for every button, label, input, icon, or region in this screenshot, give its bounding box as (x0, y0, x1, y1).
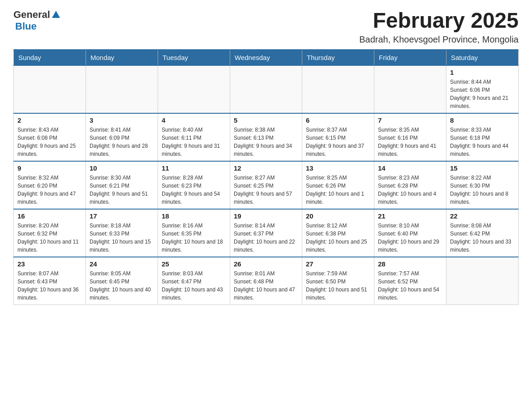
calendar-cell (158, 65, 230, 113)
day-number: 16 (17, 212, 82, 220)
day-info: Sunrise: 8:28 AM Sunset: 6:23 PM Dayligh… (162, 174, 226, 206)
logo-general: General (13, 9, 50, 21)
day-number: 18 (162, 212, 226, 220)
day-number: 4 (162, 116, 226, 124)
calendar-cell (230, 65, 302, 113)
calendar-table: SundayMondayTuesdayWednesdayThursdayFrid… (13, 49, 519, 305)
calendar-cell: 13Sunrise: 8:25 AM Sunset: 6:26 PM Dayli… (302, 161, 374, 209)
calendar-cell: 3Sunrise: 8:41 AM Sunset: 6:09 PM Daylig… (86, 113, 158, 161)
day-info: Sunrise: 8:03 AM Sunset: 6:47 PM Dayligh… (162, 270, 226, 302)
day-number: 8 (450, 116, 515, 124)
day-info: Sunrise: 8:18 AM Sunset: 6:33 PM Dayligh… (90, 222, 154, 254)
location-title: Badrah, Khoevsgoel Province, Mongolia (359, 34, 519, 45)
calendar-week-row: 23Sunrise: 8:07 AM Sunset: 6:43 PM Dayli… (14, 257, 519, 305)
day-number: 9 (17, 164, 82, 172)
day-info: Sunrise: 8:25 AM Sunset: 6:26 PM Dayligh… (306, 174, 370, 206)
day-info: Sunrise: 8:38 AM Sunset: 6:13 PM Dayligh… (234, 126, 298, 158)
day-info: Sunrise: 7:59 AM Sunset: 6:50 PM Dayligh… (306, 270, 370, 302)
day-info: Sunrise: 8:40 AM Sunset: 6:11 PM Dayligh… (162, 126, 226, 158)
calendar-cell: 9Sunrise: 8:32 AM Sunset: 6:20 PM Daylig… (14, 161, 86, 209)
day-number: 2 (17, 116, 82, 124)
calendar-cell: 14Sunrise: 8:23 AM Sunset: 6:28 PM Dayli… (374, 161, 446, 209)
day-number: 17 (90, 212, 154, 220)
day-info: Sunrise: 8:14 AM Sunset: 6:37 PM Dayligh… (234, 222, 298, 254)
day-info: Sunrise: 8:16 AM Sunset: 6:35 PM Dayligh… (162, 222, 226, 254)
page-header: General Blue February 2025 Badrah, Khoev… (13, 9, 519, 45)
weekday-header-monday: Monday (86, 50, 158, 65)
day-number: 28 (378, 260, 442, 268)
calendar-cell (446, 257, 519, 305)
calendar-header-row: SundayMondayTuesdayWednesdayThursdayFrid… (14, 50, 519, 65)
calendar-week-row: 2Sunrise: 8:43 AM Sunset: 6:08 PM Daylig… (14, 113, 519, 161)
day-info: Sunrise: 8:12 AM Sunset: 6:38 PM Dayligh… (306, 222, 370, 254)
day-info: Sunrise: 8:01 AM Sunset: 6:48 PM Dayligh… (234, 270, 298, 302)
calendar-cell: 19Sunrise: 8:14 AM Sunset: 6:37 PM Dayli… (230, 209, 302, 257)
day-number: 3 (90, 116, 154, 124)
calendar-cell: 26Sunrise: 8:01 AM Sunset: 6:48 PM Dayli… (230, 257, 302, 305)
day-number: 23 (17, 260, 82, 268)
calendar-cell: 16Sunrise: 8:20 AM Sunset: 6:32 PM Dayli… (14, 209, 86, 257)
day-info: Sunrise: 8:37 AM Sunset: 6:15 PM Dayligh… (306, 126, 370, 158)
calendar-cell: 8Sunrise: 8:33 AM Sunset: 6:18 PM Daylig… (446, 113, 519, 161)
calendar-cell: 18Sunrise: 8:16 AM Sunset: 6:35 PM Dayli… (158, 209, 230, 257)
calendar-cell: 24Sunrise: 8:05 AM Sunset: 6:45 PM Dayli… (86, 257, 158, 305)
day-number: 22 (450, 212, 515, 220)
day-info: Sunrise: 8:30 AM Sunset: 6:21 PM Dayligh… (90, 174, 154, 206)
month-title: February 2025 (359, 9, 519, 33)
calendar-week-row: 9Sunrise: 8:32 AM Sunset: 6:20 PM Daylig… (14, 161, 519, 209)
calendar-cell (14, 65, 86, 113)
weekday-header-sunday: Sunday (14, 50, 86, 65)
day-info: Sunrise: 7:57 AM Sunset: 6:52 PM Dayligh… (378, 270, 442, 302)
calendar-cell: 2Sunrise: 8:43 AM Sunset: 6:08 PM Daylig… (14, 113, 86, 161)
calendar-cell: 6Sunrise: 8:37 AM Sunset: 6:15 PM Daylig… (302, 113, 374, 161)
svg-marker-0 (52, 11, 60, 18)
day-info: Sunrise: 8:23 AM Sunset: 6:28 PM Dayligh… (378, 174, 442, 206)
calendar-cell: 25Sunrise: 8:03 AM Sunset: 6:47 PM Dayli… (158, 257, 230, 305)
day-number: 12 (234, 164, 298, 172)
day-info: Sunrise: 8:44 AM Sunset: 6:06 PM Dayligh… (450, 78, 515, 110)
day-info: Sunrise: 8:07 AM Sunset: 6:43 PM Dayligh… (17, 270, 82, 302)
calendar-cell: 28Sunrise: 7:57 AM Sunset: 6:52 PM Dayli… (374, 257, 446, 305)
day-number: 7 (378, 116, 442, 124)
day-number: 11 (162, 164, 226, 172)
calendar-cell (86, 65, 158, 113)
calendar-cell: 5Sunrise: 8:38 AM Sunset: 6:13 PM Daylig… (230, 113, 302, 161)
day-number: 19 (234, 212, 298, 220)
day-number: 5 (234, 116, 298, 124)
calendar-cell (374, 65, 446, 113)
day-info: Sunrise: 8:33 AM Sunset: 6:18 PM Dayligh… (450, 126, 515, 158)
day-info: Sunrise: 8:22 AM Sunset: 6:30 PM Dayligh… (450, 174, 515, 206)
day-info: Sunrise: 8:27 AM Sunset: 6:25 PM Dayligh… (234, 174, 298, 206)
day-number: 15 (450, 164, 515, 172)
calendar-cell: 20Sunrise: 8:12 AM Sunset: 6:38 PM Dayli… (302, 209, 374, 257)
day-info: Sunrise: 8:35 AM Sunset: 6:16 PM Dayligh… (378, 126, 442, 158)
day-number: 6 (306, 116, 370, 124)
calendar-cell (302, 65, 374, 113)
calendar-cell: 12Sunrise: 8:27 AM Sunset: 6:25 PM Dayli… (230, 161, 302, 209)
day-info: Sunrise: 8:43 AM Sunset: 6:08 PM Dayligh… (17, 126, 82, 158)
day-number: 27 (306, 260, 370, 268)
calendar-cell: 7Sunrise: 8:35 AM Sunset: 6:16 PM Daylig… (374, 113, 446, 161)
day-number: 13 (306, 164, 370, 172)
logo: General Blue (13, 9, 61, 32)
title-block: February 2025 Badrah, Khoevsgoel Provinc… (359, 9, 519, 45)
calendar-cell: 21Sunrise: 8:10 AM Sunset: 6:40 PM Dayli… (374, 209, 446, 257)
day-number: 21 (378, 212, 442, 220)
logo-blue: Blue (15, 21, 37, 32)
day-info: Sunrise: 8:41 AM Sunset: 6:09 PM Dayligh… (90, 126, 154, 158)
day-info: Sunrise: 8:08 AM Sunset: 6:42 PM Dayligh… (450, 222, 515, 254)
calendar-week-row: 1Sunrise: 8:44 AM Sunset: 6:06 PM Daylig… (14, 65, 519, 113)
weekday-header-wednesday: Wednesday (230, 50, 302, 65)
logo-triangle-icon (51, 10, 61, 20)
weekday-header-saturday: Saturday (446, 50, 519, 65)
day-info: Sunrise: 8:20 AM Sunset: 6:32 PM Dayligh… (17, 222, 82, 254)
day-info: Sunrise: 8:32 AM Sunset: 6:20 PM Dayligh… (17, 174, 82, 206)
weekday-header-tuesday: Tuesday (158, 50, 230, 65)
day-number: 1 (450, 68, 515, 76)
calendar-cell: 15Sunrise: 8:22 AM Sunset: 6:30 PM Dayli… (446, 161, 519, 209)
weekday-header-friday: Friday (374, 50, 446, 65)
calendar-week-row: 16Sunrise: 8:20 AM Sunset: 6:32 PM Dayli… (14, 209, 519, 257)
day-number: 20 (306, 212, 370, 220)
calendar-cell: 11Sunrise: 8:28 AM Sunset: 6:23 PM Dayli… (158, 161, 230, 209)
day-number: 26 (234, 260, 298, 268)
